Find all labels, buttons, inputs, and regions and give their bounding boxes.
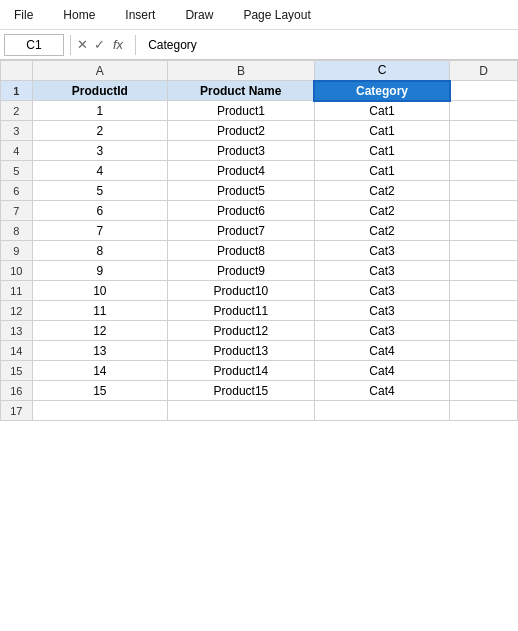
cell-5-d[interactable] (450, 161, 518, 181)
cell-3-d[interactable] (450, 121, 518, 141)
corner-header (1, 61, 33, 81)
cell-2-b[interactable]: Product1 (168, 101, 315, 121)
cell-8-c[interactable]: Cat2 (314, 221, 449, 241)
cell-9-d[interactable] (450, 241, 518, 261)
table-row: 1ProductIdProduct NameCategory (1, 81, 518, 101)
table-row: 1110Product10Cat3 (1, 281, 518, 301)
cell-13-c[interactable]: Cat3 (314, 321, 449, 341)
cell-5-b[interactable]: Product4 (168, 161, 315, 181)
col-header-d[interactable]: D (450, 61, 518, 81)
cell-8-b[interactable]: Product7 (168, 221, 315, 241)
cell-4-d[interactable] (450, 141, 518, 161)
cell-14-d[interactable] (450, 341, 518, 361)
cell-6-a[interactable]: 5 (32, 181, 167, 201)
cell-16-c[interactable]: Cat4 (314, 381, 449, 401)
table-row: 43Product3Cat1 (1, 141, 518, 161)
cell-6-c[interactable]: Cat2 (314, 181, 449, 201)
cell-4-a[interactable]: 3 (32, 141, 167, 161)
cell-4-c[interactable]: Cat1 (314, 141, 449, 161)
cell-7-a[interactable]: 6 (32, 201, 167, 221)
menu-draw[interactable]: Draw (179, 4, 219, 26)
table-row: 65Product5Cat2 (1, 181, 518, 201)
menu-bar: File Home Insert Draw Page Layout (0, 0, 518, 30)
menu-file[interactable]: File (8, 4, 39, 26)
cell-15-c[interactable]: Cat4 (314, 361, 449, 381)
table-row: 98Product8Cat3 (1, 241, 518, 261)
cell-6-b[interactable]: Product5 (168, 181, 315, 201)
cell-1-b[interactable]: Product Name (168, 81, 315, 101)
cell-1-a[interactable]: ProductId (32, 81, 167, 101)
table-row: 54Product4Cat1 (1, 161, 518, 181)
cell-4-b[interactable]: Product3 (168, 141, 315, 161)
col-header-c[interactable]: C (314, 61, 449, 81)
cell-11-b[interactable]: Product10 (168, 281, 315, 301)
cell-3-b[interactable]: Product2 (168, 121, 315, 141)
cell-16-a[interactable]: 15 (32, 381, 167, 401)
cell-2-c[interactable]: Cat1 (314, 101, 449, 121)
cell-3-c[interactable]: Cat1 (314, 121, 449, 141)
cell-10-a[interactable]: 9 (32, 261, 167, 281)
cell-9-b[interactable]: Product8 (168, 241, 315, 261)
cell-8-a[interactable]: 7 (32, 221, 167, 241)
cell-17-d[interactable] (450, 401, 518, 421)
row-number-1: 1 (1, 81, 33, 101)
cell-13-b[interactable]: Product12 (168, 321, 315, 341)
cell-14-b[interactable]: Product13 (168, 341, 315, 361)
cell-7-d[interactable] (450, 201, 518, 221)
menu-insert[interactable]: Insert (119, 4, 161, 26)
confirm-icon[interactable]: ✓ (94, 38, 105, 51)
cell-11-c[interactable]: Cat3 (314, 281, 449, 301)
row-number-10: 10 (1, 261, 33, 281)
cell-1-d[interactable] (450, 81, 518, 101)
cell-14-a[interactable]: 13 (32, 341, 167, 361)
cell-10-d[interactable] (450, 261, 518, 281)
cell-5-c[interactable]: Cat1 (314, 161, 449, 181)
cell-17-c[interactable] (314, 401, 449, 421)
cell-5-a[interactable]: 4 (32, 161, 167, 181)
cell-17-b[interactable] (168, 401, 315, 421)
row-number-16: 16 (1, 381, 33, 401)
formula-value: Category (144, 38, 514, 52)
cell-7-c[interactable]: Cat2 (314, 201, 449, 221)
table-row: 1312Product12Cat3 (1, 321, 518, 341)
row-number-2: 2 (1, 101, 33, 121)
cell-13-a[interactable]: 12 (32, 321, 167, 341)
cell-8-d[interactable] (450, 221, 518, 241)
cell-7-b[interactable]: Product6 (168, 201, 315, 221)
cell-15-a[interactable]: 14 (32, 361, 167, 381)
cell-14-c[interactable]: Cat4 (314, 341, 449, 361)
row-number-6: 6 (1, 181, 33, 201)
cancel-icon[interactable]: ✕ (77, 38, 88, 51)
cell-3-a[interactable]: 2 (32, 121, 167, 141)
cell-11-a[interactable]: 10 (32, 281, 167, 301)
cell-2-a[interactable]: 1 (32, 101, 167, 121)
cell-9-a[interactable]: 8 (32, 241, 167, 261)
cell-16-b[interactable]: Product15 (168, 381, 315, 401)
cell-2-d[interactable] (450, 101, 518, 121)
cell-6-d[interactable] (450, 181, 518, 201)
spreadsheet: A B C D 1ProductIdProduct NameCategory21… (0, 60, 518, 421)
cell-12-d[interactable] (450, 301, 518, 321)
cell-17-a[interactable] (32, 401, 167, 421)
cell-1-c[interactable]: Category (314, 81, 449, 101)
cell-10-c[interactable]: Cat3 (314, 261, 449, 281)
col-header-b[interactable]: B (168, 61, 315, 81)
cell-12-c[interactable]: Cat3 (314, 301, 449, 321)
menu-pagelayout[interactable]: Page Layout (237, 4, 316, 26)
menu-home[interactable]: Home (57, 4, 101, 26)
cell-reference-box[interactable] (4, 34, 64, 56)
row-number-17: 17 (1, 401, 33, 421)
table-row: 1514Product14Cat4 (1, 361, 518, 381)
col-header-a[interactable]: A (32, 61, 167, 81)
cell-10-b[interactable]: Product9 (168, 261, 315, 281)
cell-15-d[interactable] (450, 361, 518, 381)
table-row: 1413Product13Cat4 (1, 341, 518, 361)
cell-11-d[interactable] (450, 281, 518, 301)
cell-13-d[interactable] (450, 321, 518, 341)
cell-12-a[interactable]: 11 (32, 301, 167, 321)
cell-16-d[interactable] (450, 381, 518, 401)
cell-15-b[interactable]: Product14 (168, 361, 315, 381)
cell-12-b[interactable]: Product11 (168, 301, 315, 321)
table-row: 21Product1Cat1 (1, 101, 518, 121)
cell-9-c[interactable]: Cat3 (314, 241, 449, 261)
